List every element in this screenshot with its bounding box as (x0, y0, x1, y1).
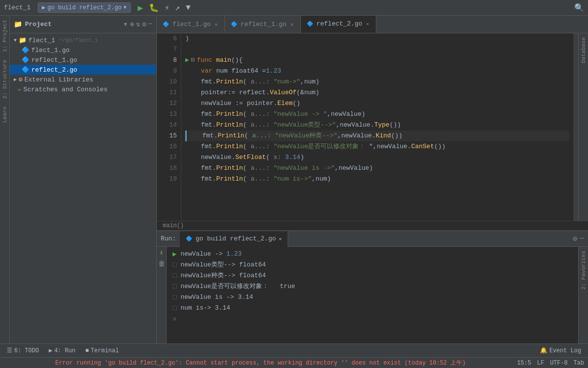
project-title: flect_1 (4, 4, 31, 11)
terminal-button[interactable]: ■ Terminal (82, 346, 122, 355)
folder-icon: 📁 (14, 20, 22, 28)
run-config-button[interactable]: ▶ go build reflect_2.go ▼ (38, 2, 131, 13)
tab-reflect2-label: reflect_2.go (317, 20, 363, 27)
project-path: ~/go/flect_1 (59, 37, 98, 43)
run-tool-button[interactable]: ▶ 4: Run (46, 346, 78, 355)
more-button[interactable]: ▼ (184, 2, 193, 13)
sidebar-tree: ▼ 📁 flect_1 ~/go/flect_1 🔷 flect_1.go 🔷 … (10, 33, 156, 343)
output-line-6: □ num is-> 3.14 (172, 303, 572, 314)
panel-tab-run[interactable]: 🔷 go build reflect_2.go ✕ (180, 231, 288, 247)
tab-reflect2-go[interactable]: 🔷 reflect_2.go ✕ (301, 16, 377, 33)
activity-project[interactable]: 1: Project (1, 16, 9, 56)
go-file-icon-2: 🔷 (22, 56, 29, 64)
code-content[interactable]: ) ▶ ⊟ func main (){ var (181, 33, 573, 221)
minimize-icon[interactable]: ─ (148, 20, 152, 28)
tabs-bar: 🔷 flect_1.go ✕ 🔷 reflect_1.go ✕ 🔷 reflec… (157, 16, 588, 33)
toolbar-icons: ▶ 🐛 ⚡ ↗ ▼ (136, 1, 193, 14)
tab-reflect1-label: reflect_1.go (241, 21, 287, 28)
add-icon[interactable]: ⊕ (130, 20, 134, 28)
settings-icon[interactable]: ⚙ (142, 20, 146, 28)
line-num-13: 13 (161, 109, 177, 120)
run-panel-sidebar: ⬆ 🗑 (157, 247, 167, 343)
output-text-5: newValue is -> 3.14 (180, 292, 253, 303)
code-line-9: var num float64 = 1.23 (185, 66, 569, 77)
panel-settings-icon[interactable]: ⚙ (573, 235, 577, 243)
tree-item-reflect1-go[interactable]: 🔷 reflect_1.go (10, 55, 156, 65)
activity-structure[interactable]: Z: Structure (1, 56, 9, 103)
line-num-19: 19 (161, 174, 177, 184)
scrollbar-track[interactable] (573, 33, 578, 221)
output-text-2: newValue类型--> float64 (180, 260, 266, 270)
sidebar-header-icons: ⊕ ⇅ ⚙ ─ (130, 20, 152, 28)
run-small-icon: ▶ (49, 347, 52, 354)
tab-close-reflect2[interactable]: ✕ (365, 21, 370, 27)
tree-item-external[interactable]: ▶ ⚙ External Libraries (10, 75, 156, 84)
output-indicator-6: □ (172, 303, 176, 314)
run-button[interactable]: ▶ (136, 1, 145, 14)
charset[interactable]: UTF-8 (550, 360, 567, 367)
line-numbers: 6 7 8 9 10 11 12 13 14 15 16 17 18 19 (157, 33, 181, 221)
line-num-9: 9 (161, 66, 177, 77)
code-line-13: fmt . Println ( a...: "newValue -> " , n… (185, 109, 569, 120)
output-indicator-3: □ (172, 270, 176, 281)
activity-learn[interactable]: Learn (1, 103, 9, 127)
code-line-7 (185, 44, 569, 55)
panel-icons: ⚙ ─ (573, 235, 584, 243)
breadcrumb: main() (157, 221, 588, 231)
code-line-12: newValue := pointer . Elem () (185, 98, 569, 109)
sidebar-header: 📁 Project ▼ ⊕ ⇅ ⚙ ─ (10, 16, 156, 33)
database-label[interactable]: Database (580, 33, 588, 67)
output-indicator-4: □ (172, 281, 176, 292)
sidebar: 📁 Project ▼ ⊕ ⇅ ⚙ ─ ▼ 📁 flect_1 ~/go/fle… (10, 16, 157, 343)
tab-reflect1-go[interactable]: 🔷 reflect_1.go ✕ (225, 16, 301, 33)
output-text-3: newValue种类--> float64 (180, 270, 266, 281)
expand-arrow-icon: ▶ (14, 77, 17, 82)
bottom-panel: Run: 🔷 go build reflect_2.go ✕ ⚙ ─ (157, 231, 588, 343)
favorites-label[interactable]: 2: Favorites (580, 247, 588, 293)
panel-output: ▶ newValue -> 1.23 □ newValue类型--> float… (167, 247, 578, 343)
output-line-7: » (172, 314, 572, 324)
file-reflect2-go-label: reflect_2.go (31, 66, 77, 74)
tab-flect1-go[interactable]: 🔷 flect_1.go ✕ (157, 16, 225, 33)
tree-item-project-root[interactable]: ▼ 📁 flect_1 ~/go/flect_1 (10, 35, 156, 45)
database-panel: Database (578, 33, 588, 221)
indent[interactable]: Tab (573, 360, 584, 367)
output-line-2: □ newValue类型--> float64 (172, 260, 572, 270)
run-tab-label: go build reflect_2.go (196, 235, 276, 242)
tab-close-flect1[interactable]: ✕ (214, 21, 219, 28)
run-indicator-icon-2: ▶ (172, 249, 176, 260)
tree-item-scratches[interactable]: ✏ Scratches and Consoles (10, 84, 156, 94)
todo-button[interactable]: ☰ 6: TODO (4, 346, 42, 355)
tab-go-icon-2: 🔷 (231, 21, 238, 27)
project-root-label: flect_1 (28, 37, 55, 44)
code-line-6: ) (185, 33, 569, 44)
run-label: Run: (161, 235, 176, 242)
external-libs-label: External Libraries (24, 76, 93, 83)
output-text-1: newValue -> 1.23 (180, 249, 242, 260)
run-tab-close[interactable]: ✕ (279, 236, 282, 242)
todo-label: 6: TODO (14, 347, 39, 354)
tree-item-flect1-go[interactable]: 🔷 flect_1.go (10, 45, 156, 55)
event-log-button[interactable]: 🔔 Event Log (537, 346, 584, 355)
line-endings[interactable]: LF (537, 360, 544, 367)
collapse-icon[interactable]: ⇅ (136, 20, 140, 28)
profile-button[interactable]: ↗ (173, 2, 182, 14)
code-line-16: fmt . Println ( a...: "newValue是否可以修改对象：… (185, 141, 569, 152)
line-num-7: 7 (161, 44, 177, 55)
tab-close-reflect1[interactable]: ✕ (290, 21, 294, 28)
panel-minimize-icon[interactable]: ─ (580, 235, 584, 243)
output-line-3: □ newValue种类--> float64 (172, 270, 572, 281)
delete-icon[interactable]: 🗑 (158, 260, 165, 268)
tree-item-reflect2-go[interactable]: 🔷 reflect_2.go (10, 65, 156, 75)
cursor-position[interactable]: 15:5 (517, 360, 531, 367)
scratches-label: Scratches and Consoles (24, 86, 108, 93)
output-line-5: □ newValue is -> 3.14 (172, 292, 572, 303)
go-file-small-icon: 🔷 (186, 236, 193, 242)
run-config-label: go build reflect_2.go (48, 4, 122, 11)
search-icon[interactable]: 🔍 (574, 3, 584, 13)
debug-button[interactable]: 🐛 (147, 2, 161, 14)
coverage-button[interactable]: ⚡ (163, 2, 172, 14)
code-editor: 6 7 8 9 10 11 12 13 14 15 16 17 18 19 (157, 33, 588, 221)
output-line-1: ▶ newValue -> 1.23 (172, 249, 572, 260)
scroll-up-icon[interactable]: ⬆ (159, 249, 163, 257)
